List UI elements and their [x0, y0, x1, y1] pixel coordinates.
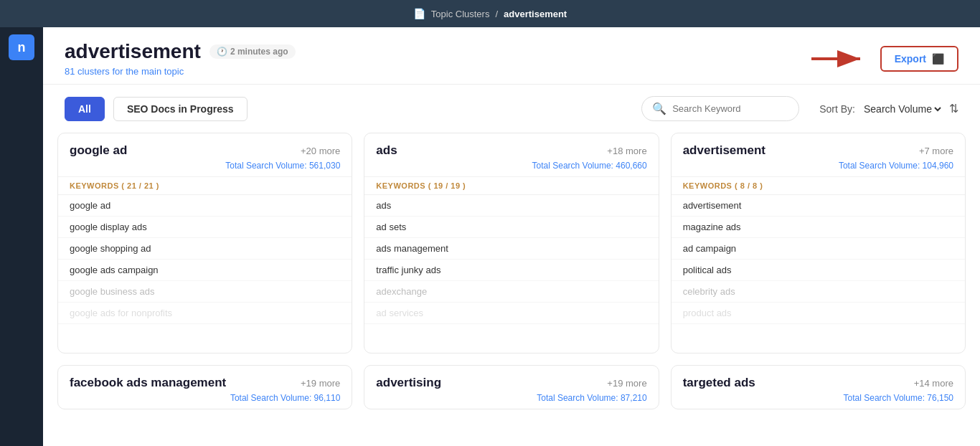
keyword-item: magazine ads [672, 217, 965, 238]
bottom-card-title-1: advertising [376, 376, 441, 390]
card-title-row-1: ads +18 more [376, 143, 646, 158]
card-keywords-label-0: KEYWORDS ( 21 / 21 ) [58, 176, 352, 195]
topbar-icon: 📄 [413, 8, 425, 19]
arrow-icon [811, 48, 869, 70]
sort-by-label: Sort By: [819, 103, 855, 115]
keyword-item: ads [364, 195, 658, 217]
card-volume-0: Total Search Volume: 561,030 [70, 161, 340, 171]
sidebar-logo: n [9, 34, 34, 60]
bottom-card-header-1: advertising +19 more Total Search Volume… [364, 366, 658, 409]
cluster-card-2: advertisement +7 more Total Search Volum… [671, 133, 966, 354]
keyword-item: google shopping ad [58, 238, 352, 260]
keyword-item: ad services [364, 303, 658, 324]
keyword-item: ad campaign [672, 238, 965, 260]
card-footer-1 [364, 324, 658, 353]
bottom-card-volume-1: Total Search Volume: 87,210 [376, 393, 646, 403]
bottom-card-volume-2: Total Search Volume: 76,150 [683, 393, 953, 403]
cluster-card-bottom-1: advertising +19 more Total Search Volume… [364, 365, 659, 409]
bottom-card-title-row-1: advertising +19 more [376, 376, 646, 390]
keyword-item: google ads for nonprofits [58, 303, 352, 324]
card-keywords-label-1: KEYWORDS ( 19 / 19 ) [364, 176, 658, 195]
keyword-item: political ads [672, 260, 965, 281]
search-input[interactable] [672, 103, 787, 114]
header-left: advertisement 🕐 2 minutes ago 81 cluster… [65, 40, 296, 77]
export-button[interactable]: Export ⬛ [880, 46, 958, 72]
cluster-card-0: google ad +20 more Total Search Volume: … [57, 133, 352, 354]
card-title-1: ads [376, 143, 397, 158]
sort-order-icon[interactable]: ⇅ [949, 102, 958, 115]
filter-seo-button[interactable]: SEO Docs in Progress [113, 97, 248, 121]
filter-all-button[interactable]: All [65, 97, 105, 121]
keyword-item: ad sets [364, 217, 658, 238]
keyword-item: ads management [364, 238, 658, 260]
card-more-1: +18 more [607, 146, 646, 156]
breadcrumb-parent: Topic Clusters [431, 9, 490, 19]
keyword-item: advertisement [672, 195, 965, 217]
card-footer-2 [672, 324, 965, 353]
card-title-0: google ad [70, 143, 127, 158]
cluster-card-bottom-2: targeted ads +14 more Total Search Volum… [671, 365, 966, 409]
card-title-row-2: advertisement +7 more [683, 143, 953, 158]
card-header-1: ads +18 more Total Search Volume: 460,66… [364, 133, 658, 176]
header-time: 🕐 2 minutes ago [209, 44, 296, 59]
search-icon: 🔍 [652, 102, 666, 115]
bottom-card-more-0: +19 more [301, 378, 340, 389]
bottom-card-header-0: facebook ads management +19 more Total S… [58, 366, 352, 409]
card-footer-0 [58, 324, 352, 353]
keyword-item: google business ads [58, 281, 352, 303]
keyword-item: traffic junky ads [364, 260, 658, 281]
export-label: Export [895, 53, 926, 65]
breadcrumb-separator: / [495, 9, 498, 19]
export-icon: ⬛ [932, 53, 944, 65]
keyword-item: adexchange [364, 281, 658, 303]
header-subtitle: 81 clusters for the main topic [65, 66, 296, 77]
page-title: advertisement [65, 40, 201, 63]
search-box[interactable]: 🔍 [641, 96, 799, 121]
main-content: advertisement 🕐 2 minutes ago 81 cluster… [43, 27, 980, 446]
bottom-card-volume-0: Total Search Volume: 96,110 [70, 393, 340, 403]
clock-icon: 🕐 [217, 47, 227, 57]
bottom-card-title-2: targeted ads [683, 376, 755, 390]
card-volume-2: Total Search Volume: 104,960 [683, 161, 953, 171]
sort-area: Sort By: Search Volume ⇅ [819, 102, 958, 115]
toolbar: All SEO Docs in Progress 🔍 Sort By: Sear… [43, 85, 980, 133]
arrow-indicator [811, 48, 869, 70]
card-volume-1: Total Search Volume: 460,660 [376, 161, 646, 171]
sort-select[interactable]: Search Volume [861, 103, 943, 115]
page-header: advertisement 🕐 2 minutes ago 81 cluster… [43, 27, 980, 85]
top-bar: 📄 Topic Clusters / advertisement [0, 0, 980, 27]
bottom-card-more-1: +19 more [607, 378, 646, 389]
card-header-0: google ad +20 more Total Search Volume: … [58, 133, 352, 176]
keyword-item: google ad [58, 195, 352, 217]
cards-grid: google ad +20 more Total Search Volume: … [43, 133, 980, 424]
bottom-card-title-row-2: targeted ads +14 more [683, 376, 953, 390]
card-title-2: advertisement [683, 143, 765, 158]
card-more-2: +7 more [919, 146, 953, 156]
keyword-item: google display ads [58, 217, 352, 238]
bottom-card-title-row-0: facebook ads management +19 more [70, 376, 340, 390]
export-area: Export ⬛ [811, 46, 958, 72]
bottom-card-title-0: facebook ads management [70, 376, 226, 390]
bottom-card-header-2: targeted ads +14 more Total Search Volum… [672, 366, 965, 409]
sidebar: n [0, 27, 43, 446]
cluster-card-bottom-0: facebook ads management +19 more Total S… [57, 365, 352, 409]
card-keywords-label-2: KEYWORDS ( 8 / 8 ) [672, 176, 965, 195]
keyword-item: celebrity ads [672, 281, 965, 303]
card-more-0: +20 more [301, 146, 340, 156]
card-header-2: advertisement +7 more Total Search Volum… [672, 133, 965, 176]
header-title-row: advertisement 🕐 2 minutes ago [65, 40, 296, 63]
bottom-card-more-2: +14 more [914, 378, 953, 389]
keyword-item: google ads campaign [58, 260, 352, 281]
keyword-item: product ads [672, 303, 965, 324]
card-title-row-0: google ad +20 more [70, 143, 340, 158]
cluster-card-1: ads +18 more Total Search Volume: 460,66… [364, 133, 659, 354]
breadcrumb-current: advertisement [504, 9, 567, 19]
